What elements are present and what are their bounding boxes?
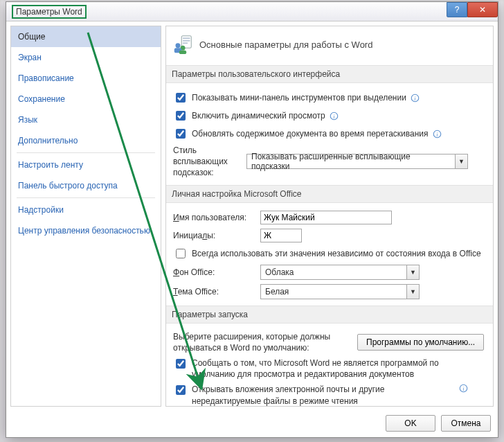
default-programs-button[interactable]: Программы по умолчанию... [357, 334, 484, 351]
cancel-button[interactable]: Отмена [441, 415, 491, 432]
sidebar-item-language[interactable]: Язык [11, 109, 161, 130]
checkbox-open-attachments[interactable] [176, 385, 186, 395]
label-username: Имя пользователя: [173, 213, 256, 222]
chevron-down-icon[interactable]: ▼ [406, 285, 419, 299]
label-live-preview: Включить динамический просмотр [192, 111, 325, 121]
svg-rect-2 [183, 40, 190, 42]
section-personal-title: Личная настройка Microsoft Office [166, 185, 493, 203]
content-pane: Основные параметры для работы с Word Пар… [165, 26, 494, 407]
section-ui-title: Параметры пользовательского интерфейса [166, 65, 493, 83]
info-icon[interactable]: i [411, 94, 420, 103]
section-startup-title: Параметры запуска [166, 306, 493, 324]
label-mini-toolbar: Показывать мини-панель инструментов при … [192, 93, 406, 103]
sidebar-separator [17, 197, 155, 198]
chevron-down-icon[interactable]: ▼ [406, 265, 419, 279]
close-button[interactable]: ✕ [467, 2, 498, 17]
checkbox-mini-toolbar[interactable] [176, 93, 186, 103]
info-icon[interactable]: i [433, 130, 442, 139]
sidebar-separator [17, 152, 155, 153]
info-icon[interactable]: i [459, 384, 468, 393]
sidebar-item-trust-center[interactable]: Центр управления безопасностью [11, 220, 161, 241]
dropdown-tooltip-style[interactable]: Показывать расширенные всплывающие подск… [246, 154, 468, 169]
sidebar-item-addins[interactable]: Надстройки [11, 200, 161, 220]
titlebar: Параметры Word ? ✕ [6, 2, 498, 21]
help-button[interactable]: ? [447, 2, 467, 17]
sidebar-item-save[interactable]: Сохранение [11, 89, 161, 109]
sidebar-item-advanced[interactable]: Дополнительно [11, 130, 161, 151]
svg-rect-1 [183, 37, 190, 39]
dropdown-office-bg[interactable]: Облака ▼ [260, 265, 420, 280]
sidebar-item-qat[interactable]: Панель быстрого доступа [11, 175, 161, 196]
svg-text:i: i [436, 131, 438, 137]
sidebar-item-proofing[interactable]: Правописание [11, 68, 161, 89]
info-icon[interactable]: i [330, 112, 339, 121]
dropdown-bg-value: Облака [261, 267, 406, 277]
category-sidebar: Общие Экран Правописание Сохранение Язык… [10, 26, 161, 407]
label-drag-update: Обновлять содержимое документа во время … [192, 129, 429, 139]
input-username[interactable] [260, 211, 392, 224]
svg-text:i: i [333, 113, 334, 119]
svg-text:i: i [414, 95, 415, 101]
general-options-icon [173, 35, 192, 54]
label-tooltip-style: Стиль всплывающих подсказок: [173, 145, 242, 179]
checkbox-live-preview[interactable] [176, 111, 186, 121]
label-office-bg: Фон Office: [173, 267, 256, 277]
checkbox-drag-update[interactable] [176, 129, 186, 139]
options-dialog: Параметры Word ? ✕ Общие Экран Правописа… [6, 1, 498, 438]
window-title: Параметры Word [12, 5, 87, 19]
label-extensions: Выберите расширения, которые должны откр… [173, 331, 353, 353]
ok-button[interactable]: OK [386, 415, 435, 432]
dropdown-office-theme[interactable]: Белая ▼ [260, 284, 420, 299]
label-initials: Инициалы: [173, 231, 256, 240]
dropdown-theme-value: Белая [261, 287, 406, 297]
svg-point-4 [176, 43, 181, 48]
dialog-footer: OK Отмена [386, 415, 491, 432]
svg-rect-7 [179, 51, 187, 54]
sidebar-item-customize-ribbon[interactable]: Настроить ленту [11, 154, 161, 175]
sidebar-item-general[interactable]: Общие [11, 26, 161, 47]
checkbox-notify-default[interactable] [176, 359, 186, 369]
svg-text:i: i [462, 386, 464, 392]
chevron-down-icon[interactable]: ▼ [455, 154, 467, 168]
input-initials[interactable] [260, 229, 302, 242]
sidebar-item-display[interactable]: Экран [11, 47, 161, 68]
label-always-use: Всегда использовать эти значения независ… [192, 249, 481, 258]
content-heading: Основные параметры для работы с Word [199, 39, 372, 50]
label-office-theme: Тема Office: [173, 287, 256, 297]
svg-rect-3 [183, 42, 188, 44]
dropdown-tooltip-value: Показывать расширенные всплывающие подск… [247, 152, 455, 171]
label-open-attachments: Открывать вложения электронной почты и д… [192, 384, 455, 406]
checkbox-always-use[interactable] [176, 249, 186, 258]
label-notify-default: Сообщать о том, что Microsoft Word не яв… [192, 357, 455, 380]
